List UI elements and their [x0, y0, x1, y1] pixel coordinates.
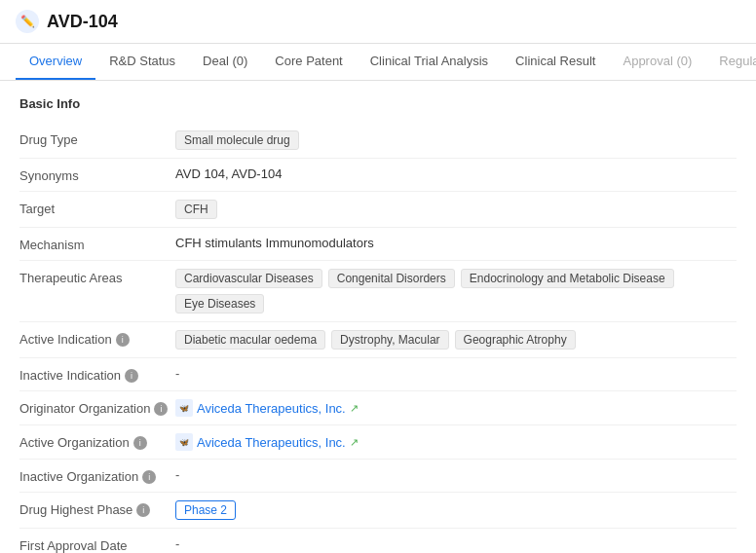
info-icon-drug-highest-phase[interactable]: i	[136, 503, 150, 517]
content-area: Basic Info Drug TypeSmall molecule drugS…	[0, 81, 756, 553]
field-label-target: Target	[19, 200, 175, 216]
field-label-drug-highest-phase: Drug Highest Phasei	[19, 500, 175, 517]
field-row-first-approval-date: First Approval Date-	[19, 529, 737, 553]
field-row-synonyms: SynonymsAVD 104, AVD-104	[19, 159, 737, 192]
dash-inactive-indication: -	[175, 366, 179, 381]
tab-bar: OverviewR&D StatusDeal (0)Core PatentCli…	[0, 44, 756, 81]
tab-deal[interactable]: Deal (0)	[189, 44, 261, 80]
tag-dystrophy,-macular[interactable]: Dystrophy, Macular	[331, 330, 448, 350]
field-row-target: TargetCFH	[19, 192, 737, 228]
info-icon-active-indication[interactable]: i	[116, 333, 130, 347]
dash-inactive-org: -	[175, 467, 179, 482]
field-label-drug-type: Drug Type	[19, 130, 175, 147]
info-icon-originator-org[interactable]: i	[154, 402, 168, 416]
field-value-therapeutic-areas: Cardiovascular DiseasesCongenital Disord…	[175, 269, 737, 313]
tab-clinical-trial-analysis[interactable]: Clinical Trial Analysis	[357, 44, 502, 80]
dash-first-approval-date: -	[175, 536, 179, 551]
field-label-inactive-org: Inactive Organizationi	[19, 467, 175, 484]
org-logo-originator-org: 🦋	[175, 399, 193, 417]
field-row-drug-type: Drug TypeSmall molecule drug	[19, 123, 737, 159]
org-item-active-org: 🦋Aviceda Therapeutics, Inc.↗	[175, 433, 359, 451]
tag-eye-diseases[interactable]: Eye Diseases	[175, 294, 264, 313]
field-label-first-approval-date: First Approval Date	[19, 536, 175, 553]
field-value-drug-type: Small molecule drug	[175, 130, 737, 150]
field-row-drug-highest-phase: Drug Highest PhaseiPhase 2	[19, 493, 737, 529]
org-link-icon-originator-org[interactable]: ↗	[350, 402, 359, 415]
field-label-active-org: Active Organizationi	[19, 433, 175, 450]
field-row-originator-org: Originator Organizationi🦋Aviceda Therape…	[19, 391, 737, 425]
org-name-active-org[interactable]: Aviceda Therapeutics, Inc.	[197, 435, 346, 450]
org-logo-active-org: 🦋	[175, 433, 193, 451]
tag-diabetic-macular-oedema[interactable]: Diabetic macular oedema	[175, 330, 325, 350]
tag-small-molecule-drug[interactable]: Small molecule drug	[175, 130, 299, 150]
tab-rd-status[interactable]: R&D Status	[95, 44, 189, 80]
field-value-drug-highest-phase: Phase 2	[175, 500, 737, 520]
tag-congenital-disorders[interactable]: Congenital Disorders	[328, 269, 455, 288]
field-row-inactive-indication: Inactive Indicationi-	[19, 358, 737, 391]
header: ✏️ AVD-104	[0, 0, 756, 44]
field-value-active-org: 🦋Aviceda Therapeutics, Inc.↗	[175, 433, 737, 451]
tag-geographic-atrophy[interactable]: Geographic Atrophy	[455, 330, 576, 350]
field-value-synonyms: AVD 104, AVD-104	[175, 166, 737, 181]
field-value-first-approval-date: -	[175, 536, 737, 551]
info-icon-inactive-org[interactable]: i	[142, 470, 156, 484]
field-label-inactive-indication: Inactive Indicationi	[19, 366, 175, 383]
header-icon: ✏️	[16, 10, 39, 33]
field-label-synonyms: Synonyms	[19, 166, 175, 183]
tab-core-patent[interactable]: Core Patent	[261, 44, 356, 80]
field-value-target: CFH	[175, 200, 737, 219]
tag-cardiovascular-diseases[interactable]: Cardiovascular Diseases	[175, 269, 322, 288]
org-link-icon-active-org[interactable]: ↗	[350, 436, 359, 449]
tab-clinical-result[interactable]: Clinical Result	[502, 44, 609, 80]
field-value-mechanism: CFH stimulants Immunomodulators	[175, 236, 737, 250]
field-label-originator-org: Originator Organizationi	[19, 399, 175, 416]
tab-regulation: Regulation (0)	[705, 44, 756, 80]
section-title: Basic Info	[19, 96, 737, 111]
field-row-active-org: Active Organizationi🦋Aviceda Therapeutic…	[19, 425, 737, 460]
tag-cfh[interactable]: CFH	[175, 200, 217, 219]
field-value-active-indication: Diabetic macular oedemaDystrophy, Macula…	[175, 330, 737, 350]
field-value-originator-org: 🦋Aviceda Therapeutics, Inc.↗	[175, 399, 737, 417]
field-value-inactive-indication: -	[175, 366, 737, 381]
field-label-therapeutic-areas: Therapeutic Areas	[19, 269, 175, 285]
tab-overview[interactable]: Overview	[16, 44, 95, 80]
field-value-inactive-org: -	[175, 467, 737, 482]
field-row-inactive-org: Inactive Organizationi-	[19, 460, 737, 493]
tab-approval: Approval (0)	[609, 44, 705, 80]
tag-endocrinology-and-metabolic-disease[interactable]: Endocrinology and Metabolic Disease	[461, 269, 674, 288]
field-row-therapeutic-areas: Therapeutic AreasCardiovascular Diseases…	[19, 261, 737, 322]
org-item-originator-org: 🦋Aviceda Therapeutics, Inc.↗	[175, 399, 359, 417]
field-row-mechanism: MechanismCFH stimulants Immunomodulators	[19, 228, 737, 261]
field-label-mechanism: Mechanism	[19, 236, 175, 252]
fields-container: Drug TypeSmall molecule drugSynonymsAVD …	[19, 123, 737, 553]
field-label-active-indication: Active Indicationi	[19, 330, 175, 347]
tag-outlined-drug-highest-phase[interactable]: Phase 2	[175, 500, 236, 520]
org-name-originator-org[interactable]: Aviceda Therapeutics, Inc.	[197, 401, 346, 416]
info-icon-inactive-indication[interactable]: i	[125, 369, 138, 383]
info-icon-active-org[interactable]: i	[133, 436, 147, 450]
field-row-active-indication: Active IndicationiDiabetic macular oedem…	[19, 322, 737, 358]
page-title: AVD-104	[47, 12, 118, 32]
